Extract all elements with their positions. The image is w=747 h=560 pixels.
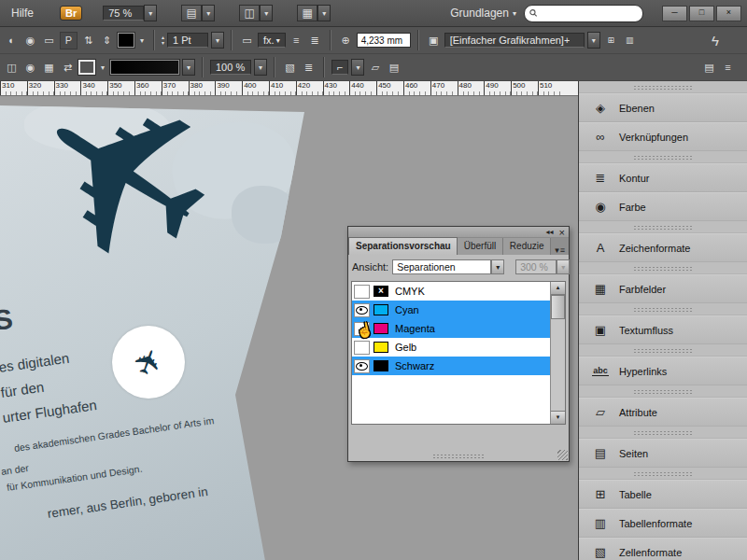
visibility-toggle[interactable] xyxy=(354,303,370,317)
maximize-button[interactable]: □ xyxy=(689,6,714,21)
dock-group-grip[interactable] xyxy=(579,468,747,480)
stroke-type-dropdown-arrow-icon[interactable]: ▾ xyxy=(182,59,195,76)
view-mode-dropdown-arrow-icon[interactable]: ▾ xyxy=(491,259,504,274)
dock-item-hyperlinks[interactable]: abcHyperlinks xyxy=(579,357,747,385)
visibility-toggle[interactable] xyxy=(354,285,370,299)
search-input[interactable] xyxy=(542,7,638,20)
rotate-tool-icon[interactable]: ◉ xyxy=(22,33,38,49)
dock-group-grip[interactable] xyxy=(579,221,747,233)
dock-item-farbe[interactable]: ◉Farbe xyxy=(579,192,747,221)
chevron-down-icon[interactable]: ▾ xyxy=(98,60,107,76)
zoom-level-control[interactable]: 75 % ▾ xyxy=(103,5,157,21)
corner-options-field[interactable]: ⌐ xyxy=(331,60,348,75)
style-override-icon[interactable]: ▥ xyxy=(622,33,638,49)
shear-tool-icon[interactable]: ◫ xyxy=(4,60,20,76)
frame-fitting-icon[interactable]: ▤ xyxy=(386,60,402,76)
panel-drag-grip[interactable] xyxy=(432,454,485,458)
tab-separationsvorschau[interactable]: Separationsvorschau xyxy=(348,237,458,255)
separation-row-gelb[interactable]: Gelb xyxy=(352,338,551,357)
horizontal-ruler[interactable]: 3103203303403503603703803904004104204304… xyxy=(0,81,578,96)
dock-item-textumfluss[interactable]: ▣Textumfluss xyxy=(579,315,747,344)
screen-mode-dropdown[interactable]: ◫ ▾ xyxy=(239,5,273,21)
panel-flyout-menu-icon[interactable]: ▾ ≡ xyxy=(551,245,569,255)
stepper-down-icon[interactable]: ▾ xyxy=(162,41,164,46)
dock-item-ebenen[interactable]: ◈Ebenen xyxy=(579,93,747,122)
scroll-down-icon[interactable]: ▾ xyxy=(551,411,565,424)
panel-menu-icon[interactable]: ≡ xyxy=(720,60,736,76)
effects-button[interactable]: fx. ▾ xyxy=(258,33,286,48)
quick-apply-lightning-icon[interactable]: ϟ xyxy=(712,33,719,49)
separation-row-cmyk[interactable]: ×CMYK xyxy=(352,282,551,301)
dock-item-seiten[interactable]: ▤Seiten xyxy=(579,439,747,468)
separation-row-cyan[interactable]: Cyan xyxy=(352,301,551,319)
export-options-icon[interactable]: ▤ xyxy=(701,60,717,76)
dock-item-zeichenformate[interactable]: AZeichenformate xyxy=(579,233,747,262)
dock-item-tabelle[interactable]: ⊞Tabelle xyxy=(579,480,747,509)
text-wrap-off-icon[interactable]: ▧ xyxy=(282,60,298,76)
dock-item-verknuepfungen[interactable]: ∞Verknüpfungen xyxy=(579,122,747,151)
visibility-toggle[interactable] xyxy=(354,341,370,355)
quick-apply-icon[interactable]: ⊞ xyxy=(603,33,619,49)
zoom-dropdown-arrow-icon[interactable]: ▾ xyxy=(144,5,157,21)
view-mode-dropdown[interactable]: Separationen ▾ xyxy=(392,259,504,274)
document-canvas[interactable]: ✈ ✈ S es digitalen für den urter Flughaf… xyxy=(0,96,578,560)
dock-group-grip[interactable] xyxy=(579,151,747,163)
offset-field[interactable]: 4,233 mm xyxy=(357,33,411,48)
dock-item-tabellenformate[interactable]: ▥Tabellenformate xyxy=(579,509,747,538)
text-wrap-on-icon[interactable]: ≣ xyxy=(301,60,317,76)
visibility-toggle[interactable]: ☝ xyxy=(354,322,370,336)
dock-item-kontur[interactable]: ≣Kontur xyxy=(579,163,747,192)
position-tool-icon[interactable]: P xyxy=(60,32,78,49)
workspace-switcher[interactable]: Grundlagen ▾ xyxy=(450,7,516,20)
corner-options-dropdown-arrow-icon[interactable]: ▾ xyxy=(351,59,364,76)
chevron-down-icon[interactable]: ▾ xyxy=(137,33,147,49)
align-bottom-icon[interactable]: ≣ xyxy=(307,33,323,49)
dock-item-farbfelder[interactable]: ▦Farbfelder xyxy=(579,274,747,303)
panel-resize-handle[interactable] xyxy=(557,450,568,460)
swap-fill-stroke-icon[interactable]: ⇄ xyxy=(60,60,76,76)
opacity-dropdown-arrow-icon[interactable]: ▾ xyxy=(254,59,267,76)
grid-tool-icon[interactable]: ▦ xyxy=(41,60,57,76)
stroke-weight-stepper[interactable]: ▴ ▾ xyxy=(162,35,164,46)
fill-color-swatch[interactable] xyxy=(118,33,134,48)
scroll-up-icon[interactable]: ▴ xyxy=(551,282,565,295)
flip-vertical-icon[interactable]: ⇅ xyxy=(80,33,96,49)
dock-group-grip[interactable] xyxy=(579,262,747,274)
separation-row-schwarz[interactable]: Schwarz xyxy=(352,357,551,375)
object-style-icon[interactable]: ▣ xyxy=(426,33,442,49)
no-fill-icon[interactable]: ◉ xyxy=(22,60,38,76)
menu-hilfe[interactable]: Hilfe xyxy=(6,5,39,21)
tab-reduzierungsvorschau[interactable]: Reduzie xyxy=(503,238,551,255)
dock-group-grip[interactable] xyxy=(579,385,747,398)
stroke-weight-field[interactable]: 1 Pt xyxy=(167,33,208,48)
zoom-value-field[interactable]: 75 % xyxy=(103,6,144,21)
stepper-up-icon[interactable]: ▴ xyxy=(162,35,164,40)
align-top-icon[interactable]: ≡ xyxy=(289,33,304,49)
distribute-icon[interactable]: ⇕ xyxy=(99,33,115,49)
effects-target-icon[interactable]: ▭ xyxy=(239,33,255,49)
dock-item-attribute[interactable]: ▱Attribute xyxy=(579,398,747,427)
stroke-type-preview[interactable] xyxy=(110,60,179,75)
panel-scrollbar[interactable]: ▴ ▾ xyxy=(550,282,565,424)
reference-point-icon[interactable]: ◐ xyxy=(4,33,20,49)
position-reference-icon[interactable]: ⊕ xyxy=(338,33,354,49)
dock-group-grip[interactable] xyxy=(579,427,747,439)
frame-tool-icon[interactable]: ▭ xyxy=(41,33,57,49)
separation-row-magenta[interactable]: ☝Magenta xyxy=(352,319,551,338)
object-style-dropdown-arrow-icon[interactable]: ▾ xyxy=(587,32,600,49)
opacity-field[interactable]: 100 % xyxy=(210,60,251,75)
stroke-weight-dropdown-arrow-icon[interactable]: ▾ xyxy=(211,32,224,49)
view-options-dropdown[interactable]: ▤ ▾ xyxy=(181,5,215,21)
dock-group-grip[interactable] xyxy=(579,303,747,315)
object-style-field[interactable]: [Einfacher Grafikrahmen]+ xyxy=(444,33,585,48)
arrange-documents-dropdown[interactable]: ▦ ▾ xyxy=(297,5,331,21)
scrollbar-thumb[interactable] xyxy=(551,295,565,319)
collapse-panel-icon[interactable]: ◂◂ xyxy=(546,229,554,236)
search-field[interactable] xyxy=(524,5,643,22)
dock-item-zellenformate[interactable]: ▧Zellenformate xyxy=(579,538,747,560)
dock-group-grip[interactable] xyxy=(579,344,747,357)
tab-ueberfuellungsvorschau[interactable]: Überfüll xyxy=(458,238,503,255)
dock-group-grip[interactable] xyxy=(579,81,747,93)
close-button[interactable]: × xyxy=(716,6,741,21)
bridge-button[interactable]: Br xyxy=(60,6,82,21)
